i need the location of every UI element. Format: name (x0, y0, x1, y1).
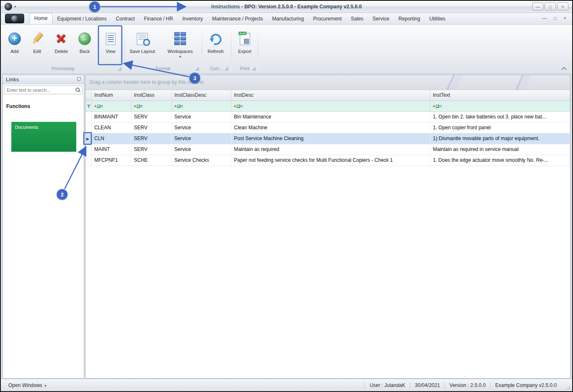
table-row[interactable]: CLEAN SERV Service Clean Machine 1. Open… (85, 123, 570, 133)
refresh-button[interactable]: Refresh (204, 27, 228, 54)
filter-cell-instnum[interactable] (92, 101, 131, 111)
view-button[interactable]: View (101, 27, 120, 54)
edit-button[interactable]: Edit (28, 27, 47, 54)
cell-instclassdesc[interactable]: Service (172, 112, 231, 122)
filter-funnel-icon (87, 104, 91, 108)
ribbon-tab[interactable]: Finance / HR (139, 14, 178, 24)
application-menu-button[interactable] (5, 14, 24, 23)
save-layout-button[interactable]: Save Layout (126, 27, 158, 54)
filter-cell-instclassdesc[interactable] (172, 101, 231, 111)
mdi-restore-button[interactable]: □ (554, 15, 557, 21)
group-by-panel[interactable]: Drag a column header here to group by th… (85, 75, 570, 90)
mdi-minimize-button[interactable]: — (542, 15, 547, 21)
filter-cell-insttext[interactable] (430, 101, 570, 111)
dialog-launcher-icon[interactable] (252, 67, 256, 70)
cell-instclassdesc[interactable]: Service (172, 133, 231, 144)
save-layout-button-label: Save Layout (129, 49, 155, 54)
minimize-button[interactable]: — (532, 3, 543, 10)
ribbon-tab[interactable]: Procurement (309, 14, 347, 24)
tile-label: Documents (15, 125, 38, 130)
delete-button[interactable]: Delete (49, 27, 73, 54)
cell-instdesc[interactable]: Post Service Machine Cleaning (231, 133, 430, 144)
column-header[interactable]: InstDesc (231, 90, 430, 101)
dialog-launcher-icon[interactable] (118, 67, 121, 70)
ribbon-tab-label: Home (34, 15, 48, 21)
cell-insttext[interactable]: Maintain as required in service manual (430, 144, 570, 155)
ribbon-tab[interactable]: Maintenance / Projects (208, 14, 268, 24)
table-row[interactable]: MAINT SERV Service Maintain as required … (85, 144, 570, 155)
mdi-close-button[interactable]: × (563, 15, 566, 21)
documents-tile[interactable]: Documents (11, 122, 76, 152)
dialog-launcher-icon[interactable] (225, 67, 228, 70)
table-row[interactable]: ▶ CLN SERV Service Post Service Machine … (85, 133, 570, 144)
sidebar-search-box (4, 85, 83, 94)
column-header[interactable]: InstClassDesc (172, 90, 231, 101)
ribbon-tab[interactable]: Contract (111, 14, 139, 24)
ribbon-tab[interactable]: Utilities (425, 14, 450, 24)
grid-header-row: InstNum InstClass InstClassDesc InstDesc… (85, 90, 570, 101)
pin-icon[interactable] (76, 77, 81, 82)
cell-instnum[interactable]: BINMAINT (92, 112, 131, 122)
close-button[interactable]: × (557, 3, 568, 10)
chevron-down-icon (44, 382, 46, 388)
filter-cell-instdesc[interactable] (231, 101, 430, 111)
cell-insttext[interactable]: 1) Dismantle movable parts of major equi… (430, 133, 570, 144)
workspaces-button[interactable]: Workspaces (163, 27, 197, 59)
ribbon-tab[interactable]: Sales (346, 14, 368, 24)
ribbon-tab[interactable]: Home (29, 13, 53, 24)
cell-instnum[interactable]: CLN (92, 133, 131, 144)
cell-instnum[interactable]: MFCPNF1 (92, 155, 131, 166)
column-header[interactable]: InstClass (131, 90, 172, 101)
table-row[interactable]: MFCPNF1 SCHE Service Checks Paper not fe… (85, 155, 570, 166)
search-input[interactable] (5, 88, 75, 93)
cell-instclassdesc[interactable]: Service (172, 144, 231, 155)
filter-cell-instclass[interactable] (131, 101, 172, 111)
row-indicator (85, 123, 92, 133)
window-title-module: Instructions (211, 4, 240, 10)
cell-instclassdesc[interactable]: Service (172, 123, 231, 133)
group-print-label: Print (240, 66, 250, 71)
ribbon-tab[interactable]: Equipment / Locations (53, 14, 111, 24)
add-button[interactable]: Add (5, 27, 24, 54)
back-button-label: Back (80, 49, 90, 54)
open-windows-dropdown[interactable]: Open Windows (1, 382, 46, 388)
cell-instclassdesc[interactable]: Service Checks (172, 155, 231, 166)
cell-instdesc[interactable]: Bin Maintenance (231, 112, 430, 122)
ribbon-collapse-chevron-icon[interactable] (560, 65, 567, 71)
column-header[interactable]: InstText (430, 90, 570, 101)
ribbon-tab[interactable]: Inventory (178, 14, 207, 24)
ribbon-tab[interactable]: Manufacturing (268, 14, 309, 24)
cell-instclass[interactable]: SERV (131, 112, 172, 122)
cell-instclass[interactable]: SERV (131, 123, 172, 133)
cell-instdesc[interactable]: Maintain as required (231, 144, 430, 155)
ribbon-tabs: Home Equipment / Locations Contract Fina… (29, 13, 450, 24)
export-button-label: Export (238, 49, 251, 54)
table-row[interactable]: BINMAINT SERV Service Bin Maintenance 1.… (85, 112, 570, 123)
column-header[interactable]: InstNum (92, 90, 131, 101)
cell-instnum[interactable]: CLEAN (92, 123, 131, 133)
cell-instclass[interactable]: SCHE (131, 155, 172, 166)
cell-insttext[interactable]: 1. Open copier front panel (430, 123, 570, 133)
cell-instdesc[interactable]: Clean Machine (231, 123, 430, 133)
window-controls: — □ × (532, 3, 568, 10)
search-icon[interactable] (75, 87, 80, 93)
ribbon-tab[interactable]: Reporting (394, 14, 425, 24)
resize-grip[interactable] (565, 384, 570, 390)
quick-access-chevron-icon[interactable] (14, 5, 16, 9)
edit-button-label: Edit (33, 49, 41, 54)
ribbon-tab-label: Inventory (182, 16, 203, 22)
cell-instdesc[interactable]: Paper not feeding service checks for Mul… (231, 155, 430, 166)
cell-instclass[interactable]: SERV (131, 144, 172, 155)
cell-instnum[interactable]: MAINT (92, 144, 131, 155)
row-indicator (85, 112, 92, 122)
export-button[interactable]: Export (234, 27, 256, 54)
group-processing-label: Processing (52, 66, 74, 71)
mdi-window-controls: — □ × (542, 15, 566, 21)
cell-insttext[interactable]: 1. Does the edge actuator move smoothly … (430, 155, 570, 166)
maximize-button[interactable]: □ (545, 3, 556, 10)
dialog-launcher-icon[interactable] (196, 67, 199, 70)
back-button[interactable]: Back (75, 27, 94, 54)
ribbon-tab[interactable]: Service (368, 14, 394, 24)
cell-insttext[interactable]: 1. Open bin 2. take batteries out 3. pla… (430, 112, 570, 122)
cell-instclass[interactable]: SERV (131, 133, 172, 144)
